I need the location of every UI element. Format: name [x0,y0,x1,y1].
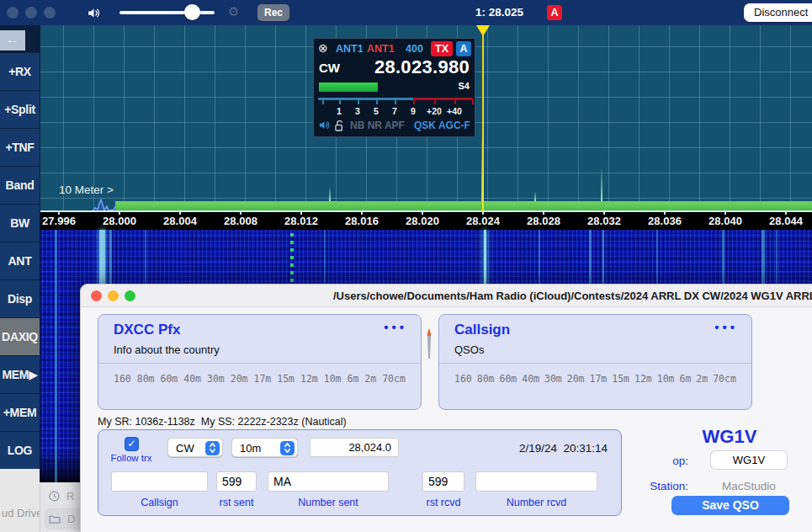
sidebar-item-mem[interactable]: +MEM [0,394,40,431]
op-label: op: [611,455,688,467]
entry-field-label: Number sent [255,497,401,508]
s-meter-tick [358,99,359,104]
band-label: 10m [657,373,675,385]
callsign-panel-subtitle: QSOs [454,343,484,356]
tuning-marker-flag[interactable] [476,25,490,36]
spectrum-signal [534,191,536,201]
save-qso-button[interactable]: Save QSO [671,496,789,515]
band-label: 70cm [713,373,736,385]
sidebar-item-rx[interactable]: +RX [0,53,40,90]
finder-row-label: D [67,513,75,525]
s-meter-tick [413,99,415,104]
ellipsis-menu-icon[interactable]: ••• [384,320,407,334]
op-field[interactable] [710,450,788,470]
slice-flag-panel: ⊗ ANT1 ANT1 400 TX A CW 28.023.980 S4 13… [313,38,475,137]
entry-datetime: 2/19/24 20:31:14 [494,442,608,455]
sidebar-item-mem[interactable]: MEM▶ [0,356,40,393]
spectrum-signal [329,186,331,201]
audio-icon[interactable] [318,119,331,131]
s-meter-tick [395,99,396,104]
qso-entry-box: ✓ Follow trx CW 10m 2/19/24 20:31:14 Cal… [98,429,622,516]
s-meter-scale-label: +20 [427,106,442,116]
spectrum-panel[interactable]: 10 Meter > ⊗ ANT1 ANT1 400 TX A CW 28.02… [40,25,812,212]
frequency-label: 28.008 [224,215,257,227]
dsp-flags-off[interactable]: NB NR APF [350,120,405,131]
band-label: 30m [207,373,225,385]
dsp-flags-on[interactable]: QSK AGC-F [414,120,470,131]
mode-select[interactable]: CW [167,438,223,457]
speaker-icon[interactable] [87,6,101,20]
s-meter-scale-label: 9 [411,106,416,116]
s-meter-scale-label: 1 [337,106,342,116]
clock-icon [49,491,60,502]
sidebar-item-band[interactable]: Band [0,167,40,204]
sidebar-item-tnf[interactable]: +TNF [0,129,40,166]
band-label: 6m [348,373,359,385]
spectrum-signal [601,166,602,201]
vfo-frequency-display: 1: 28.025 [475,6,523,19]
volume-slider-knob[interactable] [184,4,200,20]
disconnect-button[interactable]: Disconnect [744,3,812,22]
sidebar-item-split[interactable]: +Split [0,91,40,128]
unlock-icon[interactable] [335,120,344,135]
sidebar-item-disp[interactable]: Disp [0,280,40,317]
finder-icloud-drive-item[interactable]: ud Drive [2,507,40,519]
follow-trx-checkbox[interactable]: ✓ [125,437,139,451]
zoom-traffic-light[interactable] [125,290,135,301]
band-label: 160 [454,373,472,385]
sunrise-sunset-status: My SR: 1036z-1138z My SS: 2222z-2323z (N… [98,416,347,428]
s-meter-tick [472,99,474,104]
sidebar-item-daxiq[interactable]: DAXIQ [0,318,40,355]
record-button[interactable]: Rec [257,4,289,21]
back-button[interactable]: ← [0,30,25,51]
pin-icon [426,328,433,359]
sidebar-button-list: +RX+Split+TNFBandBWANTDispDAXIQMEM▶+MEML… [0,53,40,469]
close-traffic-light[interactable] [91,290,102,301]
callsign-panel: Callsign ••• QSOs 16080m60m40m30m20m17m1… [438,314,752,410]
frequency-label: 28.024 [466,215,500,227]
s-meter-scale-red [413,98,473,100]
window-control-minimize[interactable] [25,7,37,19]
sidebar-item-ant[interactable]: ANT [0,242,40,279]
divider [439,363,751,364]
band-label: 17m [254,373,272,385]
s-meter-scale-label: 3 [355,106,360,116]
band-label: 30m [544,373,562,385]
frequency-label: 28.044 [769,215,803,227]
s-meter-tick [339,99,341,104]
frequency-scale[interactable]: 27.99628.00028.00428.00828.01228.01628.0… [40,212,812,230]
dxcc-bands-row: 16080m60m40m30m20m17m15m12m10m6m2m70cm [114,373,406,385]
callsign-panel-title: Callsign [454,322,510,338]
sidebar-item-log[interactable]: LOG [0,432,40,469]
gear-icon[interactable]: ⚙ [228,4,239,19]
dxcc-panel-subtitle: Info about the country [114,343,220,356]
band-label: 20m [231,373,248,385]
entry-field-rst-sent[interactable] [216,471,257,492]
band-select[interactable]: 10m [231,438,298,457]
band-label: 80m [477,373,495,385]
app-root: ⚙ Rec 1: 28.025 A Disconnect ← +RX+Split… [0,0,812,532]
mode-select-value: CW [176,442,194,455]
volume-slider[interactable] [119,11,215,14]
entry-field-number-rcvd[interactable] [475,471,597,492]
sidebar: ← +RX+Split+TNFBandBWANTDispDAXIQMEM▶+ME… [0,25,40,470]
window-control-zoom[interactable] [44,7,56,19]
frequency-label: 28.040 [709,215,742,227]
entry-frequency-field[interactable] [310,438,399,457]
entry-field-callsign[interactable] [111,471,208,492]
station-value: MacStudio [703,480,794,492]
entry-field-number-sent[interactable] [268,471,389,492]
station-label: Station: [611,480,688,492]
entry-field-rst-rcvd[interactable] [422,471,464,492]
ellipsis-menu-icon[interactable]: ••• [714,320,738,334]
band-label: 20m [567,373,585,385]
log-window-titlebar[interactable]: /Users/chowe/Documents/Ham Radio (iCloud… [81,285,812,307]
s-meter-tick [322,99,324,104]
frequency-label: 28.000 [103,215,136,227]
sidebar-item-bw[interactable]: BW [0,205,40,242]
tuning-marker-line [482,35,484,212]
minimize-traffic-light[interactable] [108,290,119,301]
window-control-close[interactable] [7,7,19,19]
dxcc-panel-title: DXCC Pfx [114,322,180,338]
entry-field-label: Number rcvd [463,497,610,508]
